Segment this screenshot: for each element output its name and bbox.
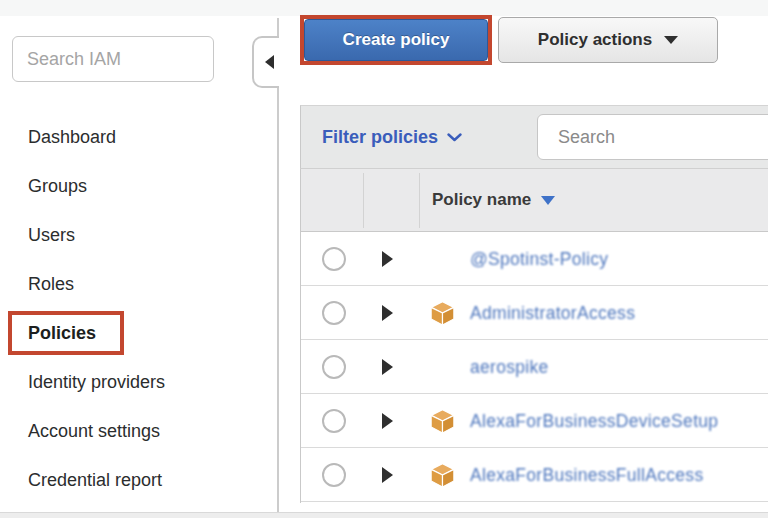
filter-bar: Filter policies [300, 105, 768, 168]
sidebar-search-input[interactable] [12, 36, 214, 82]
create-policy-button[interactable]: Create policy [304, 19, 488, 61]
caret-down-icon [664, 36, 678, 44]
aws-managed-policy-icon [429, 462, 456, 488]
sidebar-item-credential-report[interactable]: Credential report [0, 456, 250, 505]
collapse-arrow-icon [265, 55, 274, 69]
row-radio-button[interactable] [322, 301, 346, 325]
policy-name-header-label: Policy name [432, 190, 531, 210]
policy-search-box[interactable] [537, 114, 768, 160]
expand-row-button[interactable] [382, 467, 393, 483]
table-row: @Spotinst-Policy [301, 232, 768, 286]
filter-policies-dropdown[interactable]: Filter policies [322, 106, 462, 169]
sort-desc-icon [541, 196, 555, 205]
expand-row-button[interactable] [382, 413, 393, 429]
table-row: aerospike [301, 340, 768, 394]
table-row: AlexaForBusinessFullAccess [301, 448, 768, 502]
column-header-policy-name[interactable]: Policy name [432, 169, 555, 231]
sidebar-item-users[interactable]: Users [0, 211, 250, 260]
policy-name-link[interactable]: AdministratorAccess [470, 302, 635, 323]
sidebar-item-policies[interactable]: Policies [0, 309, 250, 358]
sidebar-item-account-settings[interactable]: Account settings [0, 407, 250, 456]
policy-actions-button[interactable]: Policy actions [498, 17, 718, 63]
iam-console-page: Dashboard Groups Users Roles Policies Id… [0, 0, 768, 518]
bottom-edge [0, 512, 768, 518]
policy-name-link[interactable]: AlexaForBusinessFullAccess [470, 464, 703, 485]
policy-actions-label: Policy actions [538, 30, 652, 50]
sidebar-nav: Dashboard Groups Users Roles Policies Id… [0, 113, 250, 505]
aws-managed-policy-icon [429, 408, 456, 434]
policy-name-link[interactable]: aerospike [470, 356, 549, 377]
column-rule [363, 173, 364, 228]
table-row: AdministratorAccess [301, 286, 768, 340]
expand-row-button[interactable] [382, 305, 393, 321]
table-header: Policy name [300, 168, 768, 232]
policy-name-link[interactable]: @Spotinst-Policy [470, 248, 608, 269]
row-radio-button[interactable] [322, 247, 346, 271]
top-edge [0, 0, 768, 16]
table-row: AlexaForBusinessDeviceSetup [301, 394, 768, 448]
sidebar-item-groups[interactable]: Groups [0, 162, 250, 211]
policy-search-input[interactable] [558, 127, 768, 148]
column-rule [419, 173, 420, 228]
policy-name-link[interactable]: AlexaForBusinessDeviceSetup [470, 410, 718, 431]
sidebar-item-identity-providers[interactable]: Identity providers [0, 358, 250, 407]
collapse-sidebar-button[interactable] [252, 36, 279, 88]
row-radio-button[interactable] [322, 355, 346, 379]
sidebar-item-dashboard[interactable]: Dashboard [0, 113, 250, 162]
filter-policies-label: Filter policies [322, 127, 438, 148]
aws-managed-policy-icon [429, 300, 456, 326]
policy-table-body: @Spotinst-Policy AdministratorAccess aer… [300, 232, 768, 503]
chevron-down-icon [447, 133, 462, 142]
expand-row-button[interactable] [382, 359, 393, 375]
sidebar-divider [277, 18, 279, 512]
expand-row-button[interactable] [382, 251, 393, 267]
row-radio-button[interactable] [322, 409, 346, 433]
sidebar-item-roles[interactable]: Roles [0, 260, 250, 309]
row-radio-button[interactable] [322, 463, 346, 487]
create-policy-annotation-box: Create policy [300, 15, 492, 65]
